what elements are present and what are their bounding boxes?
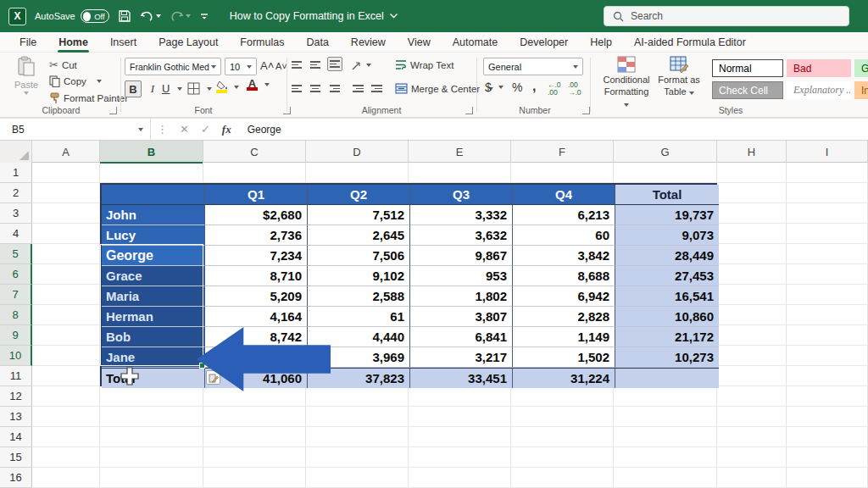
name-cell-lucy[interactable]: Lucy: [102, 225, 205, 246]
formula-input[interactable]: George: [237, 124, 281, 136]
orientation-dropdown-icon[interactable]: [366, 64, 371, 67]
row-header-16[interactable]: 16: [0, 468, 32, 488]
value-cell[interactable]: 1,802: [410, 286, 513, 307]
number-dialog-launcher[interactable]: [582, 107, 590, 114]
tab-review[interactable]: Review: [340, 32, 397, 53]
row-header-2[interactable]: 2: [0, 183, 32, 203]
tab-ai-aided-formula-editor[interactable]: AI-aided Formula Editor: [623, 32, 757, 53]
tab-home[interactable]: Home: [47, 32, 99, 53]
align-right-button[interactable]: [330, 85, 340, 92]
decrease-decimal-button[interactable]: .00→.0: [568, 81, 581, 96]
autosave-toggle[interactable]: Off: [81, 9, 109, 23]
tab-help[interactable]: Help: [579, 32, 623, 53]
row-header-9[interactable]: 9: [0, 325, 32, 346]
row-header-13[interactable]: 13: [0, 407, 32, 427]
merge-center-button[interactable]: Merge & Center: [395, 83, 493, 94]
row-header-4[interactable]: 4: [0, 224, 32, 244]
formula-bar-menu-icon[interactable]: ⋮: [151, 123, 174, 136]
tab-data[interactable]: Data: [295, 32, 339, 53]
value-cell[interactable]: 4,164: [205, 307, 308, 327]
font-color-dropdown-icon[interactable]: [264, 83, 270, 86]
value-cell[interactable]: 7,512: [308, 205, 410, 225]
value-cell[interactable]: 5,209: [205, 286, 308, 307]
name-cell-john[interactable]: John: [102, 205, 205, 225]
value-cell[interactable]: 3,807: [410, 307, 513, 327]
header-cell-q1[interactable]: Q1: [205, 185, 308, 205]
column-header-F[interactable]: F: [511, 141, 614, 163]
tab-formulas[interactable]: Formulas: [229, 32, 295, 53]
value-cell[interactable]: 7,234: [205, 246, 308, 266]
cell-style-explanatory-[interactable]: Explanatory ...: [787, 81, 851, 99]
value-cell[interactable]: 3,332: [410, 205, 513, 225]
document-title[interactable]: How to Copy Formatting in Excel: [230, 10, 398, 22]
autosave-control[interactable]: AutoSave Off: [35, 9, 109, 23]
align-left-button[interactable]: [292, 85, 302, 92]
total-cell[interactable]: 27,453: [615, 266, 719, 286]
value-cell[interactable]: 3,217: [410, 347, 513, 368]
row-header-10[interactable]: 10: [0, 346, 32, 366]
value-cell[interactable]: 2,736: [205, 225, 308, 246]
row-header-3[interactable]: 3: [0, 203, 32, 224]
clipboard-dialog-launcher[interactable]: [109, 107, 117, 114]
excel-logo-icon[interactable]: X: [8, 8, 26, 25]
value-cell[interactable]: 1,502: [513, 347, 615, 368]
total-cell[interactable]: 21,172: [615, 327, 719, 347]
borders-dropdown-icon[interactable]: [207, 87, 212, 91]
font-size-select[interactable]: 10: [225, 58, 257, 75]
name-cell-grace[interactable]: Grace: [102, 266, 205, 286]
header-cell-q3[interactable]: Q3: [410, 185, 513, 205]
column-header-I[interactable]: I: [787, 141, 868, 163]
value-cell[interactable]: 2,645: [308, 225, 410, 246]
value-cell[interactable]: 61: [308, 307, 410, 327]
insert-function-button[interactable]: fx: [216, 123, 237, 136]
percent-button[interactable]: %: [512, 80, 522, 94]
row-header-7[interactable]: 7: [0, 285, 32, 305]
underline-dropdown-icon[interactable]: [177, 87, 182, 91]
cell-style-check-cell[interactable]: Check Cell: [712, 81, 783, 99]
row-header-5[interactable]: 5: [0, 244, 32, 264]
tab-insert[interactable]: Insert: [99, 32, 147, 53]
total-cell[interactable]: 19,737: [615, 205, 719, 225]
value-cell[interactable]: 9,102: [308, 266, 410, 286]
customize-qat-button[interactable]: [199, 11, 209, 21]
value-cell[interactable]: 6,213: [513, 205, 615, 225]
header-cell-blank[interactable]: [102, 185, 205, 205]
value-cell[interactable]: $2,680: [205, 205, 308, 225]
name-cell-jane[interactable]: Jane: [102, 347, 205, 368]
conditional-formatting-dropdown-icon[interactable]: [624, 103, 629, 107]
select-all-corner[interactable]: [0, 141, 32, 163]
cancel-icon[interactable]: ✕: [174, 123, 195, 136]
paste-button[interactable]: Paste: [12, 56, 41, 95]
alignment-dialog-launcher[interactable]: [465, 107, 473, 114]
tab-page-layout[interactable]: Page Layout: [147, 32, 229, 53]
value-cell[interactable]: 2,588: [308, 286, 410, 307]
tab-developer[interactable]: Developer: [509, 32, 579, 53]
value-cell[interactable]: 60: [513, 225, 615, 246]
value-cell[interactable]: 8,688: [513, 266, 615, 286]
currency-button[interactable]: $: [485, 80, 504, 94]
column-header-D[interactable]: D: [306, 141, 409, 163]
column-header-B[interactable]: B: [100, 141, 203, 163]
column-header-A[interactable]: A: [32, 141, 100, 163]
value-cell[interactable]: 7,506: [308, 246, 410, 266]
row-header-1[interactable]: 1: [0, 163, 32, 183]
column-header-C[interactable]: C: [203, 141, 306, 163]
align-middle-button[interactable]: [310, 61, 320, 69]
value-cell[interactable]: 4,440: [308, 327, 410, 347]
fill-color-button[interactable]: [216, 80, 239, 93]
align-bottom-button[interactable]: [327, 57, 342, 71]
total-row-grand[interactable]: [615, 368, 719, 388]
decrease-indent-button[interactable]: [353, 85, 364, 92]
value-cell[interactable]: 3,632: [410, 225, 513, 246]
value-cell[interactable]: 8,710: [205, 266, 308, 286]
row-header-6[interactable]: 6: [0, 264, 32, 285]
header-cell-q2[interactable]: Q2: [308, 185, 410, 205]
value-cell[interactable]: 6,841: [410, 327, 513, 347]
name-cell-bob[interactable]: Bob: [102, 327, 205, 347]
name-box[interactable]: B5: [0, 119, 151, 140]
column-header-G[interactable]: G: [614, 141, 717, 163]
conditional-formatting-button[interactable]: ConditionalFormatting: [602, 56, 651, 109]
undo-dropdown-icon[interactable]: [156, 14, 161, 18]
total-row-value[interactable]: 33,451: [410, 368, 513, 388]
name-box-dropdown-icon[interactable]: [138, 128, 143, 131]
